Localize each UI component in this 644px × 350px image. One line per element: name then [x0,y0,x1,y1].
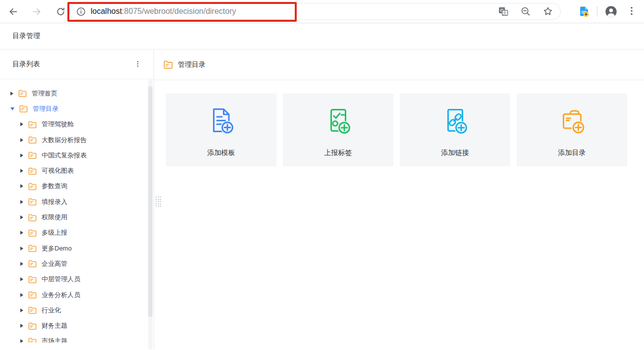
directory-tree: 管理首页 管理目录 管理驾驶舱 大数据分析报告 中国式复杂报表 [0,79,154,343]
action-cards: 添加模板 上报标签 添加链接 添加目录 [154,80,644,166]
tree-item[interactable]: 中国式复杂报表 [0,148,154,163]
main-panel: 管理目录 添加模板 上报标签 添加链接 添加目录 [154,50,644,350]
folder-icon [28,151,37,159]
star-bookmark-icon[interactable] [542,6,553,17]
tree-item-label: 可视化图表 [42,166,74,175]
tree-item[interactable]: 权限使用 [0,209,154,225]
folder-icon [28,136,37,144]
add-link-card[interactable]: 添加链接 [400,94,510,166]
tree-item-label: 填报录入 [42,198,67,206]
tree-item-label: 参数查询 [42,182,67,191]
chevron-right-icon[interactable] [20,153,23,157]
tree-item[interactable]: 市场主题 [0,334,154,343]
forward-button[interactable] [31,5,43,18]
tree-item-label: 市场主题 [42,337,67,343]
chevron-right-icon[interactable] [20,215,23,219]
chevron-right-icon[interactable] [20,231,23,235]
extension-button[interactable] [578,5,590,18]
main-header: 管理目录 [154,50,644,80]
tree-item-label: 中国式复杂报表 [42,151,87,160]
sidebar-scrollbar-track[interactable] [148,79,153,350]
sidebar-scrollbar-thumb[interactable] [148,86,153,317]
folder-icon [28,276,37,283]
folder-icon [28,214,37,221]
translate-icon[interactable] [498,6,509,17]
tree-item[interactable]: 更多Demo [0,241,154,256]
tree-item-label: 管理驾驶舱 [42,120,74,129]
chevron-right-icon[interactable] [20,262,23,266]
folder-icon [28,322,37,330]
tree-item[interactable]: 财务主题 [0,318,154,333]
tree-item-label: 财务主题 [42,321,67,330]
folder-icon [18,90,27,97]
tree-item[interactable]: 管理驾驶舱 [0,117,154,132]
card-label: 上报标签 [324,149,352,157]
link-add-icon [439,104,471,136]
url-host: localhost [91,7,122,15]
tree-item-label: 权限使用 [42,213,67,222]
back-arrow-icon [8,6,18,17]
folder-icon [28,306,37,314]
chevron-right-icon[interactable] [10,92,13,96]
tree-item-label: 更多Demo [42,244,72,253]
forward-arrow-icon [32,6,42,17]
chevron-right-icon[interactable] [20,122,23,126]
chevron-right-icon[interactable] [20,169,23,173]
page-title: 目录管理 [12,32,40,41]
chevron-right-icon[interactable] [20,308,23,312]
chevron-right-icon[interactable] [20,339,23,343]
zoom-out-icon[interactable] [520,6,531,17]
chevron-right-icon[interactable] [20,200,23,204]
report-tag-card[interactable]: 上报标签 [283,94,393,166]
refresh-button[interactable] [54,5,67,18]
browser-menu-button[interactable] [626,5,638,17]
tree-item[interactable]: 大数据分析报告 [0,132,154,148]
template-add-icon [206,104,237,136]
tree-item[interactable]: 业务分析人员 [0,287,154,302]
refresh-icon [55,6,66,17]
splitter-drag-handle[interactable] [156,197,161,206]
page-titlebar: 目录管理 [0,23,644,50]
chevron-right-icon[interactable] [20,247,23,250]
kebab-menu-icon [626,5,637,16]
tree-item-label: 大数据分析报告 [42,136,87,145]
folder-icon [28,260,37,267]
tree-item-label: 管理首页 [32,89,57,98]
kebab-menu-icon [134,60,142,68]
info-icon[interactable] [76,6,86,17]
sidebar-title: 目录列表 [12,60,40,69]
folder-icon [28,245,37,252]
tree-item[interactable]: 行业化 [0,302,154,318]
chevron-right-icon[interactable] [20,324,23,328]
tree-item[interactable]: 多级上报 [0,225,154,241]
folder-icon [19,105,28,112]
folder-icon [28,338,37,343]
directory-sidebar: 目录列表 管理首页 管理目录 管理驾驶舱 大数据分析报告 [0,50,154,350]
add-template-card[interactable]: 添加模板 [166,94,276,166]
tree-item[interactable]: 可视化图表 [0,163,154,178]
chevron-down-icon[interactable] [10,107,14,110]
folder-icon [28,121,37,128]
card-label: 添加模板 [208,149,235,157]
profile-button[interactable] [604,5,618,18]
tree-item[interactable]: 填报录入 [0,194,154,209]
tree-item[interactable]: 管理首页 [0,86,154,101]
chevron-right-icon[interactable] [20,138,23,142]
folder-icon [28,198,37,205]
tree-item[interactable]: 参数查询 [0,179,154,194]
url-text[interactable]: localhost:8075/webroot/decision/director… [91,7,236,16]
tree-item[interactable]: 中层管理人员 [0,272,154,287]
folder-icon [28,291,37,299]
chevron-right-icon[interactable] [20,293,23,297]
chevron-right-icon[interactable] [20,184,23,188]
folder-icon [163,60,173,69]
add-directory-card[interactable]: 添加目录 [517,94,627,166]
address-bar[interactable]: localhost:8075/webroot/decision/director… [69,3,561,20]
chevron-right-icon[interactable] [20,277,23,281]
sidebar-menu-button[interactable] [134,60,143,69]
tree-item[interactable]: 企业高管 [0,256,154,271]
tree-item-selected[interactable]: 管理目录 [0,101,154,116]
back-button[interactable] [7,5,19,18]
browser-toolbar: localhost:8075/webroot/decision/director… [0,0,644,23]
card-label: 添加目录 [558,149,586,157]
